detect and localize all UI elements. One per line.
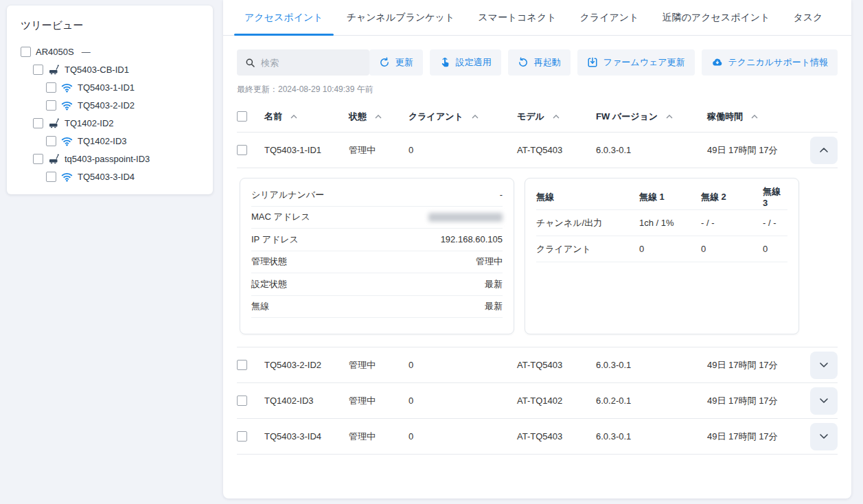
refresh-icon <box>379 57 390 68</box>
tree-node[interactable]: TQ5403-3-ID4 <box>46 171 202 182</box>
wifi-icon <box>61 171 73 183</box>
cell-fw-version: 6.0.3-0.1 <box>596 431 707 442</box>
radio-value: 1ch / 1% <box>639 218 701 228</box>
tree-checkbox[interactable] <box>46 100 56 111</box>
reboot-button[interactable]: 再起動 <box>508 49 571 76</box>
sort-caret-icon <box>290 115 297 119</box>
wifi-icon <box>61 82 73 93</box>
table-row[interactable]: TQ5403-2-ID2 管理中 0 AT-TQ5403 6.0.3-0.1 4… <box>237 347 838 383</box>
touch-apply-icon <box>439 57 450 68</box>
tree-node-ar4050s[interactable]: AR4050S — <box>21 46 202 57</box>
info-row-mac: MAC アドレス <box>251 207 503 229</box>
tree-node[interactable]: TQ1402-ID3 <box>46 135 202 146</box>
cell-fw-version: 6.0.3-0.1 <box>596 360 707 370</box>
tab-bar: アクセスポイント チャンネルブランケット スマートコネクト クライアント 近隣の… <box>223 0 851 36</box>
cell-status: 管理中 <box>349 359 409 371</box>
tree-collapse-toggle[interactable]: — <box>82 47 91 57</box>
select-all-checkbox[interactable] <box>237 111 247 122</box>
button-label: 更新 <box>395 56 413 69</box>
cell-model: AT-TQ5403 <box>517 360 596 370</box>
tree-checkbox[interactable] <box>46 172 56 182</box>
column-header-status[interactable]: 状態 <box>349 111 409 123</box>
info-label: 無線 <box>251 300 269 312</box>
tree-node-label: TQ1402-ID2 <box>65 118 114 128</box>
tab-access-points[interactable]: アクセスポイント <box>233 0 335 35</box>
tree-node-label: TQ1402-ID3 <box>78 136 127 146</box>
expand-row-button[interactable] <box>810 387 838 415</box>
tree-node[interactable]: TQ5403-CB-ID1 <box>33 64 202 75</box>
tab-clients[interactable]: クライアント <box>568 0 651 35</box>
cell-fw-version: 6.0.2-0.1 <box>596 396 707 406</box>
info-label: シリアルナンバー <box>251 189 324 201</box>
access-point-icon <box>48 117 60 129</box>
radio-value: 0 <box>701 244 763 254</box>
table-row[interactable]: TQ5403-1-ID1 管理中 0 AT-TQ5403 6.0.3-0.1 4… <box>237 133 838 168</box>
info-value: 最新 <box>485 300 503 312</box>
cell-name: TQ5403-1-ID1 <box>264 145 349 155</box>
tree-node[interactable]: tq5403-passpoint-ID3 <box>33 153 202 164</box>
info-value: 管理中 <box>476 255 503 268</box>
tab-channel-blanket[interactable]: チャンネルブランケット <box>335 0 467 35</box>
column-header-fw-version[interactable]: FW バージョン <box>596 111 707 123</box>
cell-clients: 0 <box>409 360 517 370</box>
tree-node-label: AR4050S <box>36 47 74 57</box>
tab-neighbor-access-points[interactable]: 近隣のアクセスポイント <box>651 0 782 35</box>
tree-checkbox[interactable] <box>46 82 56 93</box>
row-checkbox[interactable] <box>237 145 247 155</box>
radio-row-label: クライアント <box>536 243 639 255</box>
search-input[interactable] <box>261 58 361 68</box>
tree-checkbox[interactable] <box>33 65 43 75</box>
row-checkbox[interactable] <box>237 396 247 406</box>
sort-caret-icon <box>472 115 479 119</box>
cell-uptime: 49日 17時間 17分 <box>707 395 799 407</box>
radio-value: - / - <box>701 218 763 228</box>
tree-node[interactable]: TQ5403-1-ID1 <box>46 82 202 93</box>
tech-support-button[interactable]: テクニカルサポート情報 <box>702 49 838 76</box>
tree-checkbox[interactable] <box>46 136 56 146</box>
column-header-model[interactable]: モデル <box>517 111 596 123</box>
tree-checkbox[interactable] <box>33 154 43 164</box>
cell-uptime: 49日 17時間 17分 <box>707 144 799 157</box>
info-label: 設定状態 <box>251 278 287 290</box>
expand-row-button[interactable] <box>810 352 838 379</box>
access-points-panel: アクセスポイント チャンネルブランケット スマートコネクト クライアント 近隣の… <box>223 0 851 499</box>
expand-row-button[interactable] <box>810 423 838 450</box>
apply-config-button[interactable]: 設定適用 <box>430 49 501 76</box>
button-label: 設定適用 <box>456 56 492 69</box>
info-row-mgmt-status: 管理状態 管理中 <box>251 251 503 274</box>
collapse-row-button[interactable] <box>810 137 838 164</box>
row-checkbox[interactable] <box>237 431 247 442</box>
tree-checkbox[interactable] <box>21 47 31 57</box>
cell-clients: 0 <box>409 431 517 442</box>
tab-tasks[interactable]: タスク <box>781 0 834 35</box>
tab-smart-connect[interactable]: スマートコネクト <box>466 0 568 35</box>
column-header-name[interactable]: 名前 <box>264 111 349 123</box>
column-header-clients[interactable]: クライアント <box>409 111 517 123</box>
radio-value: - / - <box>763 218 787 228</box>
info-row-radio-status: 無線 最新 <box>251 296 503 319</box>
radio-value: 0 <box>639 244 701 254</box>
firmware-update-button[interactable]: ファームウェア更新 <box>577 49 695 76</box>
sort-caret-icon <box>666 115 673 119</box>
restart-icon <box>518 57 529 68</box>
access-point-icon <box>48 153 60 165</box>
tree-node[interactable]: TQ5403-2-ID2 <box>46 100 202 111</box>
mac-address-redacted-value <box>428 213 503 222</box>
info-row-serial: シリアルナンバー - <box>251 184 503 207</box>
sort-caret-icon <box>375 115 382 119</box>
radio-row-label: チャンネル/出力 <box>536 217 639 229</box>
info-value: 192.168.60.105 <box>441 234 503 244</box>
tree-node-label: TQ5403-1-ID1 <box>78 82 135 93</box>
cell-status: 管理中 <box>349 144 409 157</box>
radio-col-header: 無線 <box>536 191 639 203</box>
cell-name: TQ5403-2-ID2 <box>264 360 349 370</box>
tree-node[interactable]: TQ1402-ID2 <box>33 117 202 128</box>
radio-col-header: 無線 3 <box>763 185 787 208</box>
table-row[interactable]: TQ1402-ID3 管理中 0 AT-TQ1402 6.0.2-0.1 49日… <box>237 383 838 419</box>
search-icon <box>245 58 255 68</box>
table-row[interactable]: TQ5403-3-ID4 管理中 0 AT-TQ5403 6.0.3-0.1 4… <box>237 419 838 455</box>
tree-checkbox[interactable] <box>33 118 43 128</box>
refresh-button[interactable]: 更新 <box>369 49 423 76</box>
column-header-uptime[interactable]: 稼働時間 <box>707 111 799 123</box>
row-checkbox[interactable] <box>237 360 247 370</box>
